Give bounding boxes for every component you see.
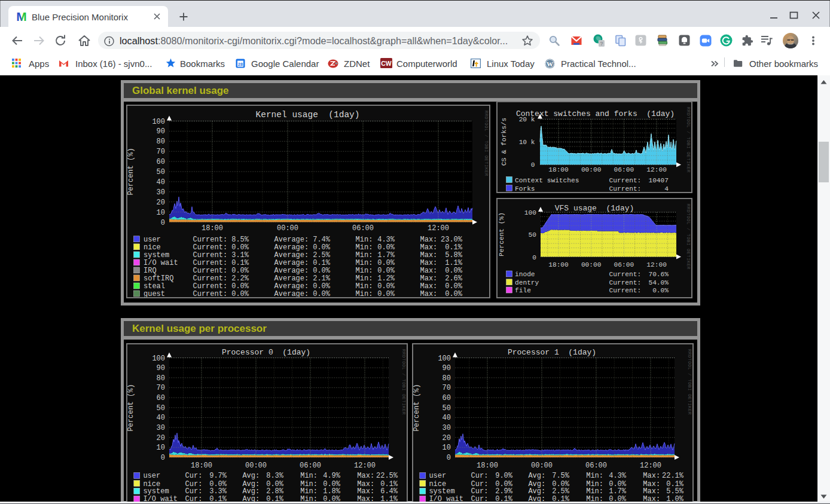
svg-text:40: 40 [157,178,165,187]
svg-text:23.0%: 23.0% [441,236,463,244]
svg-text:Cur:: Cur: [471,495,489,502]
svg-text:22.5%: 22.5% [376,472,398,480]
svg-text:W: W [547,60,553,68]
svg-text:0.0%: 0.0% [313,243,331,252]
svg-text:70: 70 [157,384,165,392]
svg-text:Avg:: Avg: [242,495,260,502]
svg-text:30: 30 [157,188,165,197]
svg-text:80: 80 [157,374,165,383]
svg-text:softIRQ: softIRQ [144,274,173,283]
svg-text:Current:: Current: [193,259,228,267]
svg-text:0.0%: 0.0% [231,290,249,298]
svg-text:70: 70 [157,148,165,156]
svg-text:10: 10 [443,444,451,452]
svg-text:Current:: Current: [609,177,642,184]
svg-text:30: 30 [443,424,451,432]
svg-text:Max:: Max: [643,495,660,502]
svg-text:Percent (%): Percent (%) [413,384,421,431]
svg-text:0.1%: 0.1% [209,495,227,502]
svg-text:10 k: 10 k [519,139,535,146]
svg-text:Current:: Current: [193,282,228,291]
svg-text:0.0%: 0.0% [377,290,395,298]
svg-text:Max:: Max: [420,259,438,267]
svg-text:90: 90 [157,127,165,136]
svg-text:Average:: Average: [274,251,309,259]
svg-text:12:00: 12:00 [640,462,661,470]
svg-text:06:00: 06:00 [300,462,321,470]
svg-text:dentry: dentry [515,279,539,286]
svg-text:?: ? [600,41,603,47]
svg-text:5.5%: 5.5% [666,487,684,496]
svg-text:Max:: Max: [357,472,374,480]
svg-text:2.8%: 2.8% [266,487,284,496]
svg-text:Min:: Min: [356,290,373,298]
svg-text:00:00: 00:00 [581,166,602,173]
svg-text:Average:: Average: [274,236,309,244]
svg-text:12:00: 12:00 [428,224,449,233]
svg-text:0.0%: 0.0% [445,267,463,275]
svg-text:7.4%: 7.4% [313,236,331,244]
svg-text:Context switches: Context switches [515,177,579,184]
svg-text:0.0%: 0.0% [231,282,249,291]
svg-text:0: 0 [447,454,451,462]
svg-text:0.0%: 0.0% [609,495,627,502]
svg-text:2.1%: 2.1% [313,274,331,283]
svg-text:I/O wait: I/O wait [144,259,178,267]
svg-text:user: user [429,472,446,480]
svg-text:Average:: Average: [274,290,309,298]
svg-text:18:00: 18:00 [477,462,498,470]
svg-text:60: 60 [157,394,165,402]
svg-text:CW: CW [381,60,392,67]
svg-text:Max:: Max: [420,251,438,259]
svg-text:10: 10 [157,444,165,452]
svg-text:3.1%: 3.1% [231,251,249,259]
svg-text:Min:: Min: [586,495,603,502]
svg-text:M: M [16,10,27,23]
svg-text:0.1%: 0.1% [313,259,331,267]
svg-text:0.0%: 0.0% [313,267,331,275]
svg-text:Percent (%): Percent (%) [498,212,505,256]
svg-text:Current:: Current: [609,185,642,193]
svg-text:12:00: 12:00 [646,166,667,173]
svg-text:100: 100 [438,355,451,363]
svg-text:0: 0 [532,254,536,261]
svg-text:00:00: 00:00 [277,224,298,233]
svg-text:Current:: Current: [193,267,228,275]
svg-text:0.0%: 0.0% [377,282,395,291]
svg-text:Percent (%): Percent (%) [127,384,135,431]
svg-text:06:00: 06:00 [614,166,634,173]
svg-text:0.0%: 0.0% [231,267,249,275]
svg-text:0.0%: 0.0% [377,267,395,275]
svg-text:Percent (%): Percent (%) [127,148,135,195]
svg-text:Min:: Min: [356,274,373,283]
svg-text:Processor 0 (1day): Processor 0 (1day) [222,348,310,357]
svg-text:Cur:: Cur: [471,472,489,480]
svg-text:nice: nice [144,243,161,252]
svg-text:Cur:: Cur: [185,495,203,502]
svg-text:80: 80 [157,138,165,146]
svg-text:00:00: 00:00 [531,462,553,470]
svg-text:80: 80 [443,374,451,383]
svg-text:10407: 10407 [648,177,669,184]
svg-text:RRDTOOL / TOBI OETIKER: RRDTOOL / TOBI OETIKER [484,111,489,176]
svg-text:Max:: Max: [357,495,374,502]
svg-text:Max:: Max: [357,487,374,496]
svg-text:3.3%: 3.3% [209,487,227,496]
svg-text:CS & forks/s: CS & forks/s [501,118,508,166]
svg-text:Current:: Current: [193,251,228,259]
svg-text:00:00: 00:00 [245,462,267,470]
svg-text:Current:: Current: [609,279,642,286]
svg-text:5.8%: 5.8% [445,251,463,259]
svg-text:40: 40 [443,414,451,422]
svg-text:Min:: Min: [356,267,373,275]
svg-text:Average:: Average: [274,282,309,291]
svg-text:30: 30 [157,424,165,432]
svg-text:20: 20 [157,198,165,207]
svg-text:Cur:: Cur: [185,472,203,480]
svg-text:1.7%: 1.7% [609,487,627,496]
svg-text:system: system [144,251,169,259]
svg-text:Avg:: Avg: [528,472,545,480]
svg-text:60: 60 [157,158,165,166]
svg-text:50: 50 [529,231,537,239]
svg-text:12:00: 12:00 [354,462,376,470]
